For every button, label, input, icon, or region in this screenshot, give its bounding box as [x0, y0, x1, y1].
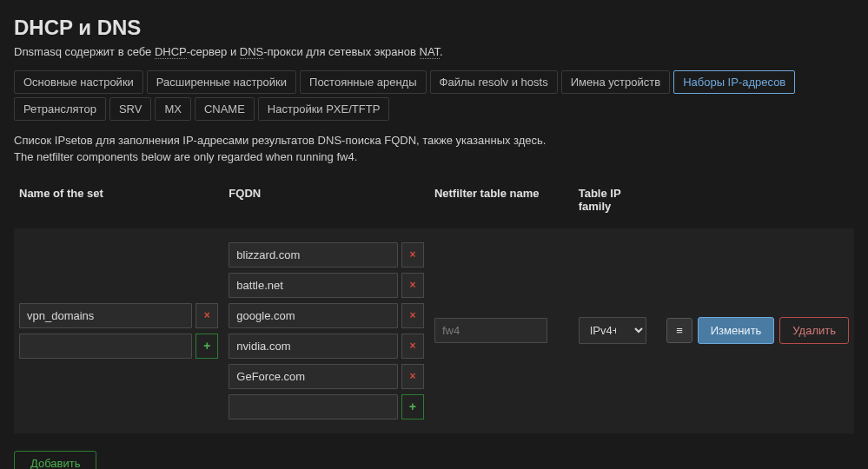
fqdn-input[interactable]	[229, 242, 398, 268]
table-header-row: Name of the set FQDN Netfilter table nam…	[14, 178, 854, 228]
add-row-button[interactable]: Добавить	[14, 451, 96, 469]
set-name-input[interactable]	[19, 303, 192, 328]
tabs-secondary: РетрансляторSRVMXCNAMEНастройки PXE/TFTP	[14, 97, 854, 121]
list-item-new: +	[19, 334, 218, 359]
tab-mx[interactable]: MX	[155, 97, 191, 121]
list-item: ×	[229, 242, 424, 268]
add-entry-button[interactable]: +	[195, 334, 218, 359]
col-name-header: Name of the set	[14, 178, 223, 228]
row-edit-button[interactable]: Изменить	[698, 317, 775, 344]
tab-наборы-ip-адресов[interactable]: Наборы IP-адресов	[673, 70, 795, 94]
table-family-select[interactable]: IPv4+6IPv4IPv6	[579, 317, 646, 344]
tab-настройки-pxe-tftp[interactable]: Настройки PXE/TFTP	[258, 97, 389, 121]
list-item: ×	[229, 364, 424, 389]
set-name-input-new[interactable]	[19, 334, 192, 359]
tab-srv[interactable]: SRV	[109, 97, 152, 121]
fqdn-input[interactable]	[229, 334, 398, 359]
row-delete-button[interactable]: Удалить	[779, 317, 849, 344]
tab-файлы-resolv-и-hosts[interactable]: Файлы resolv и hosts	[430, 70, 558, 94]
remove-entry-button[interactable]: ×	[401, 242, 424, 268]
remove-entry-button[interactable]: ×	[401, 334, 424, 359]
fqdn-input[interactable]	[229, 273, 398, 298]
remove-entry-button[interactable]: ×	[401, 273, 424, 298]
list-item: ×	[229, 273, 424, 298]
fqdn-input[interactable]	[229, 303, 398, 328]
remove-entry-button[interactable]: ×	[401, 364, 424, 389]
list-item: ×	[19, 303, 218, 328]
tab-постоянные-аренды[interactable]: Постоянные аренды	[300, 70, 427, 94]
row-menu-button[interactable]: ≡	[666, 318, 692, 343]
fqdn-list: ×××××+	[229, 242, 424, 419]
add-entry-button[interactable]: +	[401, 394, 424, 419]
page-subtitle: Dnsmasq содержит в себе DHCP-сервер и DN…	[14, 45, 854, 58]
list-item-new: +	[229, 394, 424, 419]
list-item: ×	[229, 334, 424, 359]
col-nft-header: Netfilter table name	[429, 178, 573, 228]
fqdn-input[interactable]	[229, 364, 398, 389]
set-names-list: ×+	[19, 303, 218, 359]
list-item: ×	[229, 303, 424, 328]
tabs-primary: Основные настройкиРасширенные настройкиП…	[14, 70, 854, 94]
fqdn-input-new[interactable]	[229, 394, 398, 419]
tab-имена-устройств[interactable]: Имена устройств	[561, 70, 670, 94]
col-family-header: Table IP family	[573, 178, 661, 228]
table-row: ×+ ×××××+ IPv4+6IPv4IPv6 ≡ Изменить Удал…	[14, 228, 854, 433]
col-fqdn-header: FQDN	[223, 178, 429, 228]
tab-основные-настройки[interactable]: Основные настройки	[14, 70, 143, 94]
tab-ретранслятор[interactable]: Ретранслятор	[14, 97, 106, 121]
col-actions-header	[661, 178, 854, 228]
ipsets-table: Name of the set FQDN Netfilter table nam…	[14, 178, 854, 433]
netfilter-table-input[interactable]	[434, 318, 547, 343]
page-title: DHCP и DNS	[14, 16, 854, 40]
section-description: Список IPsetов для заполнения IP-адресам…	[14, 133, 854, 166]
tab-расширенные-настройки[interactable]: Расширенные настройки	[147, 70, 296, 94]
tab-cname[interactable]: CNAME	[195, 97, 255, 121]
remove-entry-button[interactable]: ×	[195, 303, 218, 328]
remove-entry-button[interactable]: ×	[401, 303, 424, 328]
